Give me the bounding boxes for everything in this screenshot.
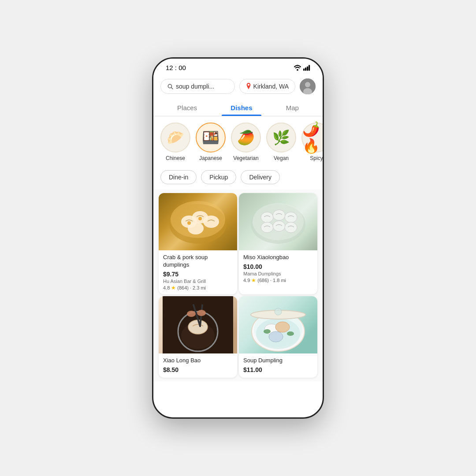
svg-line-6 <box>171 87 173 89</box>
category-chinese-label: Chinese <box>166 155 185 161</box>
category-vegetarian-label: Vegetarian <box>233 155 258 161</box>
dish-card-3[interactable]: Xiao Long Bao $8.50 <box>159 296 237 378</box>
dish-rating-1: 4.8 ★ (864) · 2.3 mi <box>163 285 233 291</box>
location-field[interactable]: Kirkland, WA <box>239 79 295 94</box>
search-field[interactable]: soup dumpli... <box>160 79 235 94</box>
dish-info-4: Soup Dumpling $11.00 <box>239 353 317 378</box>
svg-point-41 <box>287 331 294 336</box>
tab-map[interactable]: Map <box>277 100 308 116</box>
dish-restaurant-1: Hu Asian Bar & Grill <box>163 279 233 284</box>
dish-price-2: $10.00 <box>243 263 313 270</box>
svg-rect-1 <box>303 68 305 71</box>
dish-reviews-2: (686) <box>257 278 269 283</box>
svg-point-33 <box>197 310 206 316</box>
dish-rating-2: 4.9 ★ (686) · 1.8 mi <box>243 277 313 283</box>
svg-rect-3 <box>307 66 308 71</box>
dish-price-1: $9.75 <box>163 271 233 278</box>
svg-point-21 <box>273 210 285 220</box>
svg-point-23 <box>261 222 273 233</box>
svg-point-8 <box>305 82 310 87</box>
dish-rating-value-1: 4.8 <box>163 285 170 290</box>
dish-name-4: Soup Dumpling <box>243 357 313 364</box>
location-text: Kirkland, WA <box>253 83 289 90</box>
spicy-icon-circle: 🌶️🔥 <box>301 123 323 152</box>
chinese-icon-circle: 🥟 <box>160 123 190 152</box>
dish-card-2[interactable]: Miso Xiaolongbao $10.00 Mama Dumplings 4… <box>239 193 317 294</box>
dish-card-4[interactable]: Soup Dumpling $11.00 <box>239 296 317 378</box>
vegan-icon-circle: 🌿 <box>266 123 296 152</box>
svg-point-16 <box>187 221 191 225</box>
delivery-button[interactable]: Delivery <box>241 170 280 184</box>
svg-point-22 <box>285 212 297 223</box>
dish-image-4 <box>239 296 317 353</box>
japanese-icon-circle: 🍱 <box>196 123 226 152</box>
dish-rating-value-2: 4.9 <box>243 278 250 283</box>
categories-row: 🥟 Chinese 🍱 Japanese 🥭 Vegetarian 🌿 Vega… <box>153 116 323 166</box>
dish-price-3: $8.50 <box>163 366 233 373</box>
dish-name-2: Miso Xiaolongbao <box>243 254 313 261</box>
dish-info-1: Crab & pork soup dumplings $9.75 Hu Asia… <box>159 250 237 294</box>
dish-info-2: Miso Xiaolongbao $10.00 Mama Dumplings 4… <box>239 250 317 287</box>
category-vegan-label: Vegan <box>274 155 289 161</box>
status-icons <box>294 65 310 71</box>
star-icon-2: ★ <box>251 277 256 283</box>
dish-image-2 <box>239 193 317 250</box>
svg-point-43 <box>275 308 282 315</box>
category-japanese[interactable]: 🍱 Japanese <box>196 123 226 161</box>
category-japanese-label: Japanese <box>199 155 222 161</box>
category-chinese[interactable]: 🥟 Chinese <box>160 123 190 161</box>
status-time: 12 : 00 <box>166 64 186 71</box>
wifi-icon <box>294 65 301 71</box>
location-pin-icon <box>246 83 251 90</box>
tabs-row: Places Dishes Map <box>153 100 323 116</box>
tab-dishes[interactable]: Dishes <box>222 100 261 116</box>
pickup-button[interactable]: Pickup <box>201 170 236 184</box>
avatar[interactable] <box>300 78 316 94</box>
status-bar: 12 : 00 <box>153 59 323 75</box>
dish-card-1[interactable]: Crab & pork soup dumplings $9.75 Hu Asia… <box>159 193 237 294</box>
star-icon-1: ★ <box>171 285 176 291</box>
signal-icon <box>303 65 310 71</box>
svg-rect-4 <box>309 65 310 71</box>
dish-name-3: Xiao Long Bao <box>163 357 233 364</box>
dish-price-4: $11.00 <box>243 366 313 373</box>
svg-rect-2 <box>305 67 306 71</box>
search-text: soup dumpli... <box>176 83 214 90</box>
dish-info-3: Xiao Long Bao $8.50 <box>159 353 237 378</box>
svg-point-29 <box>188 320 208 334</box>
category-spicy-label: Spicy <box>310 155 323 161</box>
dish-name-1: Crab & pork soup dumplings <box>163 254 233 269</box>
svg-point-38 <box>275 322 290 332</box>
tab-places[interactable]: Places <box>168 100 206 116</box>
svg-point-40 <box>264 329 271 334</box>
vegetarian-icon-circle: 🥭 <box>231 123 261 152</box>
dish-image-1 <box>159 193 237 250</box>
search-icon <box>167 83 173 89</box>
svg-point-0 <box>297 69 298 71</box>
dish-distance-1: 2.3 mi <box>193 285 206 290</box>
svg-point-17 <box>198 217 202 220</box>
svg-point-25 <box>285 222 297 233</box>
svg-point-14 <box>203 216 219 228</box>
search-bar-row: soup dumpli... Kirkland, WA <box>153 75 323 100</box>
dish-image-3 <box>159 296 237 353</box>
dish-distance-2: 1.8 mi <box>273 278 286 283</box>
category-spicy[interactable]: 🌶️🔥 Spicy <box>301 123 323 161</box>
phone-shell: 12 : 00 soup dumpli... <box>152 57 324 419</box>
dish-reviews-1: (864) <box>177 285 189 290</box>
svg-point-39 <box>269 331 283 342</box>
svg-point-24 <box>273 221 285 231</box>
service-row: Dine-in Pickup Delivery <box>153 166 323 190</box>
dine-in-button[interactable]: Dine-in <box>160 170 197 184</box>
category-vegan[interactable]: 🌿 Vegan <box>266 123 296 161</box>
svg-point-20 <box>261 212 273 223</box>
dish-restaurant-2: Mama Dumplings <box>243 271 313 276</box>
svg-point-32 <box>187 311 196 317</box>
cards-grid: Crab & pork soup dumplings $9.75 Hu Asia… <box>153 190 323 381</box>
category-vegetarian[interactable]: 🥭 Vegetarian <box>231 123 261 161</box>
